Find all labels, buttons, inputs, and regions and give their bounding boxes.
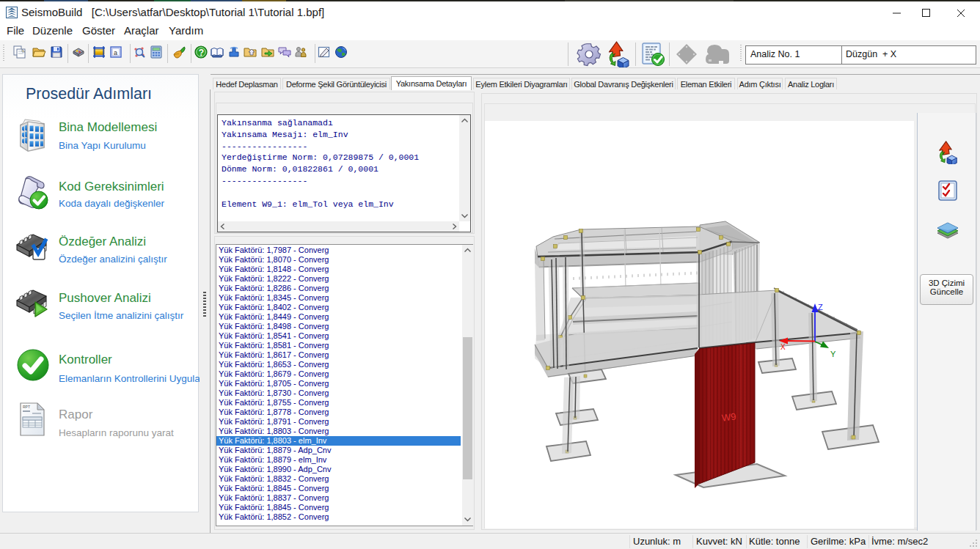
svg-text:Z: Z xyxy=(818,303,823,312)
svg-text:?: ? xyxy=(199,48,204,58)
svg-text:a: a xyxy=(114,49,117,56)
svg-text:W9: W9 xyxy=(721,411,736,424)
svg-text:RPT: RPT xyxy=(23,405,30,409)
svg-text:X: X xyxy=(780,343,786,351)
svg-text:Y: Y xyxy=(830,350,836,358)
